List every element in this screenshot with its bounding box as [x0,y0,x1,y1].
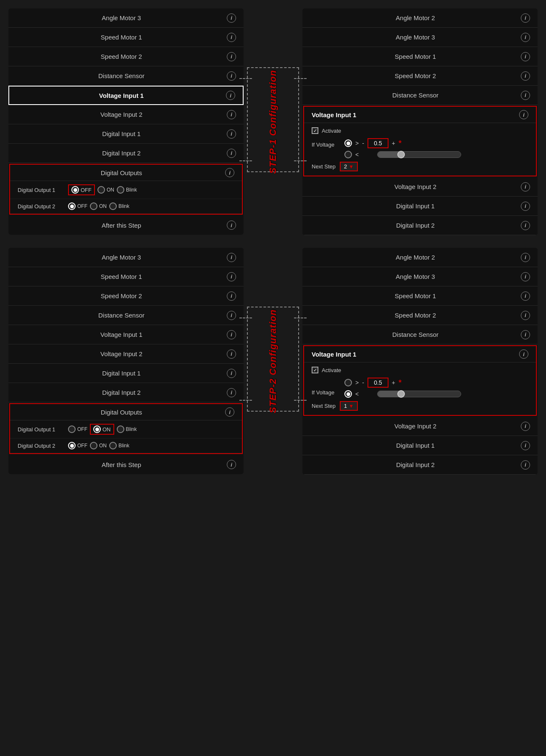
info-icon[interactable]: i [521,272,530,281]
step1-do2-blink-option[interactable]: Blink [109,202,129,210]
step1-right-speed-motor1[interactable]: Speed Motor 1 i [302,47,538,66]
step1-do1-blink-radio[interactable] [117,186,124,194]
step2-right-speed-motor2[interactable]: Speed Motor 2 i [302,306,538,325]
step1-right-speed-motor2[interactable]: Speed Motor 2 i [302,66,538,86]
step1-activate-checkbox[interactable]: ✓ [312,127,318,134]
step1-right-angle-motor3[interactable]: Angle Motor 3 i [302,28,538,47]
info-icon[interactable]: i [227,460,236,469]
step2-do2-off-option[interactable]: OFF [68,442,87,449]
info-icon[interactable]: i [519,349,528,359]
step2-do1-blink-radio[interactable] [117,425,124,433]
info-icon[interactable]: i [227,110,236,119]
step1-right-digital-input1[interactable]: Digital Input 1 i [302,197,538,216]
info-icon[interactable]: i [521,441,530,450]
step2-left-speed-motor1[interactable]: Speed Motor 1 i [8,267,244,286]
step2-slider-track[interactable] [377,391,461,397]
info-icon[interactable]: i [227,71,236,81]
step1-do2-on-radio[interactable] [90,202,97,210]
step2-next-step-select[interactable]: 1 ▼ [340,401,358,411]
info-icon[interactable]: i [227,149,236,158]
step2-left-digital-input2[interactable]: Digital Input 2 i [8,383,244,402]
step1-left-angle-motor3[interactable]: Angle Motor 3 i [8,8,244,28]
step2-right-digital-input1[interactable]: Digital Input 1 i [302,436,538,455]
step2-do1-blink-option[interactable]: Blink [117,425,137,433]
info-icon[interactable]: i [521,52,530,61]
step1-right-angle-motor2[interactable]: Angle Motor 2 i [302,8,538,28]
info-icon[interactable]: i [225,407,234,417]
info-icon[interactable]: i [521,221,530,230]
step1-after-step-row[interactable]: After this Step i [8,215,244,235]
step2-left-speed-motor2[interactable]: Speed Motor 2 i [8,286,244,306]
step2-left-digital-input1[interactable]: Digital Input 1 i [8,364,244,383]
step1-right-digital-input2[interactable]: Digital Input 2 i [302,216,538,235]
info-icon[interactable]: i [225,168,234,177]
info-icon[interactable]: i [521,253,530,262]
step2-do1-on-radio[interactable] [93,425,101,433]
info-icon[interactable]: i [227,129,236,139]
step2-do2-blink-radio[interactable] [109,442,117,449]
step1-do1-on-option[interactable]: ON [97,186,114,194]
step2-activate-checkbox[interactable]: ✓ [312,367,318,373]
step2-right-speed-motor1[interactable]: Speed Motor 1 i [302,286,538,306]
info-icon[interactable]: i [521,202,530,211]
step1-slider-track[interactable] [377,151,461,158]
step2-right-angle-motor3[interactable]: Angle Motor 3 i [302,267,538,286]
info-icon[interactable]: i [227,349,236,359]
info-icon[interactable]: i [227,220,236,230]
info-icon[interactable]: i [227,33,236,42]
info-icon[interactable]: i [227,52,236,61]
info-icon[interactable]: i [227,291,236,301]
info-icon[interactable]: i [521,91,530,100]
info-icon[interactable]: i [521,13,530,23]
step1-left-speed-motor2[interactable]: Speed Motor 2 i [8,47,244,66]
step2-do2-on-radio[interactable] [90,442,97,449]
info-icon[interactable]: i [521,460,530,470]
step2-left-voltage-input1[interactable]: Voltage Input 1 i [8,325,244,344]
info-icon[interactable]: i [521,71,530,81]
step1-do2-on-option[interactable]: ON [90,202,107,210]
info-icon[interactable]: i [519,110,528,119]
step1-left-speed-motor1[interactable]: Speed Motor 1 i [8,28,244,47]
step1-do1-off-radio[interactable] [71,186,79,194]
info-icon[interactable]: i [521,182,530,192]
step2-slider-thumb[interactable] [397,390,405,398]
step2-do1-off-option[interactable]: OFF [68,425,87,433]
info-icon[interactable]: i [226,91,235,100]
step2-left-angle-motor3[interactable]: Angle Motor 3 i [8,248,244,267]
step1-do1-on-radio[interactable] [97,186,105,194]
step1-slider-thumb[interactable] [397,151,405,158]
step2-right-digital-input2[interactable]: Digital Input 2 i [302,455,538,475]
step1-left-distance-sensor[interactable]: Distance Sensor i [8,66,244,86]
step1-do1-blink-option[interactable]: Blink [117,186,137,194]
step2-do2-blink-option[interactable]: Blink [109,442,129,449]
step1-left-digital-input1[interactable]: Digital Input 1 i [8,124,244,144]
step2-value-box[interactable]: 0.5 [368,378,388,388]
step1-do2-off-radio[interactable] [68,202,76,210]
info-icon[interactable]: i [227,311,236,320]
step1-value-box[interactable]: 0.5 [368,138,388,148]
step2-do2-off-radio[interactable] [68,442,76,449]
step1-do2-off-option[interactable]: OFF [68,202,87,210]
step2-right-distance-sensor[interactable]: Distance Sensor i [302,325,538,344]
step1-gt-radio[interactable] [344,139,352,147]
info-icon[interactable]: i [227,13,236,23]
info-icon[interactable]: i [521,422,530,431]
step2-do1-on-option[interactable]: ON [90,424,114,435]
step1-right-voltage-input2[interactable]: Voltage Input 2 i [302,177,538,197]
step2-after-step-row[interactable]: After this Step i [8,455,244,474]
step2-right-voltage-input2[interactable]: Voltage Input 2 i [302,417,538,436]
step1-do1-off-option[interactable]: OFF [68,184,95,195]
info-icon[interactable]: i [521,33,530,42]
info-icon[interactable]: i [227,272,236,281]
step1-left-voltage-input1[interactable]: Voltage Input 1 i [8,86,244,105]
step1-left-digital-input2[interactable]: Digital Input 2 i [8,144,244,163]
step1-left-voltage-input2[interactable]: Voltage Input 2 i [8,105,244,124]
step1-lt-radio[interactable] [344,151,352,158]
info-icon[interactable]: i [227,330,236,339]
step2-lt-radio[interactable] [344,390,352,398]
info-icon[interactable]: i [521,311,530,320]
step2-gt-radio[interactable] [344,379,352,386]
step1-do2-blink-radio[interactable] [109,202,117,210]
step1-next-step-select[interactable]: 2 ▼ [340,162,358,171]
info-icon[interactable]: i [521,330,530,339]
